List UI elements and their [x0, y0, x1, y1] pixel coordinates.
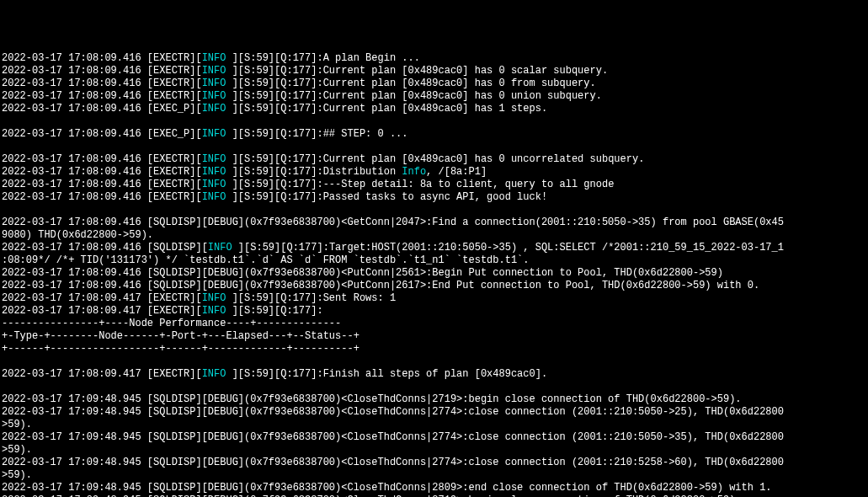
log-level: INFO: [202, 166, 226, 178]
log-line: 2022-03-17 17:08:09.416 [EXECTR][INFO ][…: [2, 90, 866, 103]
log-line: [2, 115, 866, 128]
log-line: 2022-03-17 17:08:09.416 [SQLDISP][DEBUG]…: [2, 280, 866, 292]
log-level: INFO: [202, 368, 226, 380]
log-line: >59).: [2, 469, 866, 482]
log-line: >59).: [2, 444, 866, 457]
log-level: INFO: [202, 103, 226, 115]
log-level: INFO: [202, 305, 226, 317]
log-line: [2, 381, 866, 393]
log-line: 2022-03-17 17:09:48.945 [SQLDISP][DEBUG]…: [2, 457, 866, 469]
log-level: INFO: [202, 191, 226, 203]
log-level: INFO: [202, 65, 226, 77]
log-level: INFO: [202, 179, 226, 190]
log-level: INFO: [202, 128, 226, 140]
terminal-output: 2022-03-17 17:08:09.416 [EXECTR][INFO ][…: [2, 52, 866, 497]
log-line: >59).: [2, 419, 866, 431]
log-line: ----------------+----Node Performance---…: [2, 318, 866, 330]
log-level: INFO: [202, 77, 226, 89]
log-level: INFO: [202, 292, 226, 304]
log-line: 2022-03-17 17:08:09.416 [EXECTR][INFO ][…: [2, 179, 866, 191]
log-line: 2022-03-17 17:08:09.416 [SQLDISP][INFO ]…: [2, 242, 866, 254]
log-line: 2022-03-17 17:09:48.945 [SQLDISP][DEBUG]…: [2, 406, 866, 419]
log-line: 2022-03-17 17:08:09.416 [EXECTR][INFO ][…: [2, 153, 866, 166]
log-line: 2022-03-17 17:09:48.945 [SQLDISP][DEBUG]…: [2, 431, 866, 444]
log-line: 2022-03-17 17:08:09.416 [EXECTR][INFO ][…: [2, 166, 866, 179]
log-line: [2, 141, 866, 153]
log-line: 2022-03-17 17:08:09.416 [EXECTR][INFO ][…: [2, 65, 866, 77]
log-line: 2022-03-17 17:09:48.945 [SQLDISP][DEBUG]…: [2, 393, 866, 406]
log-line: 2022-03-17 17:08:09.416 [EXEC_P][INFO ][…: [2, 103, 866, 115]
log-line: 2022-03-17 17:08:09.417 [EXECTR][INFO ][…: [2, 368, 866, 381]
log-line: 2022-03-17 17:08:09.416 [SQLDISP][DEBUG]…: [2, 216, 866, 229]
log-line: +-Type-+--------Node------+-Port-+---Ela…: [2, 330, 866, 343]
log-level: INFO: [208, 242, 232, 254]
log-line: 2022-03-17 17:08:09.416 [SQLDISP][DEBUG]…: [2, 267, 866, 280]
log-line: :08:09*/ /*+ TID('131173') */ `testdb.t1…: [2, 254, 866, 267]
log-level: INFO: [202, 52, 226, 64]
log-line: 2022-03-17 17:08:09.416 [EXEC_P][INFO ][…: [2, 128, 866, 141]
log-level: INFO: [202, 153, 226, 165]
log-line: [2, 355, 866, 368]
log-line: 2022-03-17 17:08:09.416 [EXECTR][INFO ][…: [2, 52, 866, 65]
log-line: [2, 204, 866, 216]
log-level: INFO: [202, 90, 226, 102]
log-line: 2022-03-17 17:08:09.416 [EXECTR][INFO ][…: [2, 77, 866, 90]
log-line: 2022-03-17 17:08:09.417 [EXECTR][INFO ][…: [2, 305, 866, 318]
log-line: 2022-03-17 17:08:09.416 [EXECTR][INFO ][…: [2, 191, 866, 204]
log-line: 2022-03-17 17:09:48.945 [SQLDISP][DEBUG]…: [2, 482, 866, 494]
log-line: 2022-03-17 17:08:09.417 [EXECTR][INFO ][…: [2, 292, 866, 305]
log-line: 9080) THD(0x6d22800->59).: [2, 229, 866, 242]
log-line: +------+------------------+------+------…: [2, 343, 866, 355]
